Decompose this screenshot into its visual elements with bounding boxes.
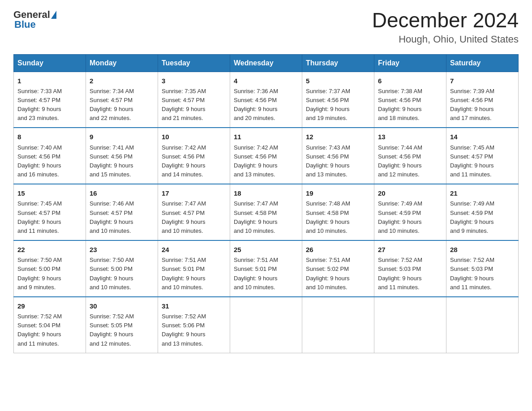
table-row: 18 Sunrise: 7:47 AMSunset: 4:58 PMDaylig… <box>230 184 302 240</box>
table-row <box>230 297 302 353</box>
day-info: Sunrise: 7:52 AMSunset: 5:03 PMDaylight:… <box>378 257 422 290</box>
day-number: 25 <box>234 244 298 255</box>
day-number: 31 <box>162 301 226 311</box>
logo-blue-text: Blue <box>13 19 36 30</box>
day-info: Sunrise: 7:52 AMSunset: 5:05 PMDaylight:… <box>90 313 134 347</box>
day-info: Sunrise: 7:48 AMSunset: 4:58 PMDaylight:… <box>306 200 350 234</box>
day-number: 23 <box>90 244 154 255</box>
table-row <box>446 297 519 353</box>
day-info: Sunrise: 7:51 AMSunset: 5:01 PMDaylight:… <box>162 257 206 290</box>
table-row: 6 Sunrise: 7:38 AMSunset: 4:56 PMDayligh… <box>374 72 446 128</box>
table-row: 2 Sunrise: 7:34 AMSunset: 4:57 PMDayligh… <box>86 72 158 128</box>
day-info: Sunrise: 7:47 AMSunset: 4:57 PMDaylight:… <box>162 200 206 234</box>
table-row: 30 Sunrise: 7:52 AMSunset: 5:05 PMDaylig… <box>86 297 158 353</box>
day-info: Sunrise: 7:39 AMSunset: 4:56 PMDaylight:… <box>450 88 494 121</box>
day-number: 9 <box>90 132 154 142</box>
day-number: 20 <box>378 188 442 198</box>
day-info: Sunrise: 7:47 AMSunset: 4:58 PMDaylight:… <box>234 200 278 234</box>
day-number: 3 <box>162 76 226 86</box>
day-number: 18 <box>234 188 298 198</box>
calendar-week-row: 15 Sunrise: 7:45 AMSunset: 4:57 PMDaylig… <box>14 184 519 240</box>
day-number: 29 <box>17 301 82 311</box>
day-info: Sunrise: 7:50 AMSunset: 5:00 PMDaylight:… <box>17 257 62 290</box>
day-number: 16 <box>90 188 154 198</box>
calendar-week-row: 8 Sunrise: 7:40 AMSunset: 4:56 PMDayligh… <box>14 128 519 184</box>
table-row: 1 Sunrise: 7:33 AMSunset: 4:57 PMDayligh… <box>14 72 86 128</box>
header-sunday: Sunday <box>14 54 86 72</box>
day-number: 7 <box>450 76 515 86</box>
day-info: Sunrise: 7:45 AMSunset: 4:57 PMDaylight:… <box>450 144 494 178</box>
table-row: 25 Sunrise: 7:51 AMSunset: 5:01 PMDaylig… <box>230 240 302 297</box>
day-info: Sunrise: 7:51 AMSunset: 5:02 PMDaylight:… <box>306 257 350 290</box>
table-row: 22 Sunrise: 7:50 AMSunset: 5:00 PMDaylig… <box>14 240 86 297</box>
day-info: Sunrise: 7:40 AMSunset: 4:56 PMDaylight:… <box>17 144 62 178</box>
table-row: 3 Sunrise: 7:35 AMSunset: 4:57 PMDayligh… <box>158 72 230 128</box>
day-number: 1 <box>17 76 82 86</box>
day-number: 11 <box>234 132 298 142</box>
day-number: 6 <box>378 76 442 86</box>
header-monday: Monday <box>86 54 158 72</box>
day-number: 17 <box>162 188 226 198</box>
table-row: 9 Sunrise: 7:41 AMSunset: 4:56 PMDayligh… <box>86 128 158 184</box>
table-row <box>374 297 446 353</box>
header-saturday: Saturday <box>446 54 519 72</box>
day-info: Sunrise: 7:42 AMSunset: 4:56 PMDaylight:… <box>162 144 206 178</box>
day-info: Sunrise: 7:38 AMSunset: 4:56 PMDaylight:… <box>378 88 422 121</box>
table-row: 31 Sunrise: 7:52 AMSunset: 5:06 PMDaylig… <box>158 297 230 353</box>
page-header: General Blue December 2024 Hough, Ohio, … <box>13 9 519 45</box>
table-row: 24 Sunrise: 7:51 AMSunset: 5:01 PMDaylig… <box>158 240 230 297</box>
table-row: 19 Sunrise: 7:48 AMSunset: 4:58 PMDaylig… <box>302 184 374 240</box>
calendar-week-row: 29 Sunrise: 7:52 AMSunset: 5:04 PMDaylig… <box>14 297 519 353</box>
day-info: Sunrise: 7:41 AMSunset: 4:56 PMDaylight:… <box>90 144 134 178</box>
table-row <box>302 297 374 353</box>
header-tuesday: Tuesday <box>158 54 230 72</box>
calendar-week-row: 22 Sunrise: 7:50 AMSunset: 5:00 PMDaylig… <box>14 240 519 297</box>
day-info: Sunrise: 7:37 AMSunset: 4:56 PMDaylight:… <box>306 88 350 121</box>
table-row: 11 Sunrise: 7:42 AMSunset: 4:56 PMDaylig… <box>230 128 302 184</box>
day-number: 2 <box>90 76 154 86</box>
day-number: 10 <box>162 132 226 142</box>
logo-triangle-icon <box>51 11 56 19</box>
day-info: Sunrise: 7:33 AMSunset: 4:57 PMDaylight:… <box>17 88 62 121</box>
day-info: Sunrise: 7:49 AMSunset: 4:59 PMDaylight:… <box>450 200 494 234</box>
table-row: 5 Sunrise: 7:37 AMSunset: 4:56 PMDayligh… <box>302 72 374 128</box>
day-number: 14 <box>450 132 515 142</box>
day-number: 24 <box>162 244 226 255</box>
day-number: 19 <box>306 188 370 198</box>
day-number: 21 <box>450 188 515 198</box>
day-info: Sunrise: 7:35 AMSunset: 4:57 PMDaylight:… <box>162 88 206 121</box>
table-row: 26 Sunrise: 7:51 AMSunset: 5:02 PMDaylig… <box>302 240 374 297</box>
calendar-week-row: 1 Sunrise: 7:33 AMSunset: 4:57 PMDayligh… <box>14 72 519 128</box>
logo: General Blue <box>13 9 57 30</box>
calendar-header-row: Sunday Monday Tuesday Wednesday Thursday… <box>14 54 519 72</box>
day-info: Sunrise: 7:52 AMSunset: 5:04 PMDaylight:… <box>17 313 62 347</box>
day-number: 13 <box>378 132 442 142</box>
day-info: Sunrise: 7:42 AMSunset: 4:56 PMDaylight:… <box>234 144 278 178</box>
calendar-title: December 2024 <box>372 9 519 32</box>
day-number: 27 <box>378 244 442 255</box>
header-friday: Friday <box>374 54 446 72</box>
table-row: 10 Sunrise: 7:42 AMSunset: 4:56 PMDaylig… <box>158 128 230 184</box>
header-thursday: Thursday <box>302 54 374 72</box>
table-row: 16 Sunrise: 7:46 AMSunset: 4:57 PMDaylig… <box>86 184 158 240</box>
day-info: Sunrise: 7:46 AMSunset: 4:57 PMDaylight:… <box>90 200 134 234</box>
day-info: Sunrise: 7:49 AMSunset: 4:59 PMDaylight:… <box>378 200 422 234</box>
day-info: Sunrise: 7:44 AMSunset: 4:56 PMDaylight:… <box>378 144 422 178</box>
table-row: 28 Sunrise: 7:52 AMSunset: 5:03 PMDaylig… <box>446 240 519 297</box>
table-row: 8 Sunrise: 7:40 AMSunset: 4:56 PMDayligh… <box>14 128 86 184</box>
day-info: Sunrise: 7:52 AMSunset: 5:03 PMDaylight:… <box>450 257 494 290</box>
day-number: 30 <box>90 301 154 311</box>
table-row: 27 Sunrise: 7:52 AMSunset: 5:03 PMDaylig… <box>374 240 446 297</box>
day-info: Sunrise: 7:36 AMSunset: 4:56 PMDaylight:… <box>234 88 278 121</box>
table-row: 29 Sunrise: 7:52 AMSunset: 5:04 PMDaylig… <box>14 297 86 353</box>
day-number: 28 <box>450 244 515 255</box>
table-row: 20 Sunrise: 7:49 AMSunset: 4:59 PMDaylig… <box>374 184 446 240</box>
table-row: 23 Sunrise: 7:50 AMSunset: 5:00 PMDaylig… <box>86 240 158 297</box>
table-row: 13 Sunrise: 7:44 AMSunset: 4:56 PMDaylig… <box>374 128 446 184</box>
day-number: 4 <box>234 76 298 86</box>
calendar-table: Sunday Monday Tuesday Wednesday Thursday… <box>13 54 519 353</box>
day-number: 22 <box>17 244 82 255</box>
table-row: 12 Sunrise: 7:43 AMSunset: 4:56 PMDaylig… <box>302 128 374 184</box>
table-row: 4 Sunrise: 7:36 AMSunset: 4:56 PMDayligh… <box>230 72 302 128</box>
day-info: Sunrise: 7:50 AMSunset: 5:00 PMDaylight:… <box>90 257 134 290</box>
